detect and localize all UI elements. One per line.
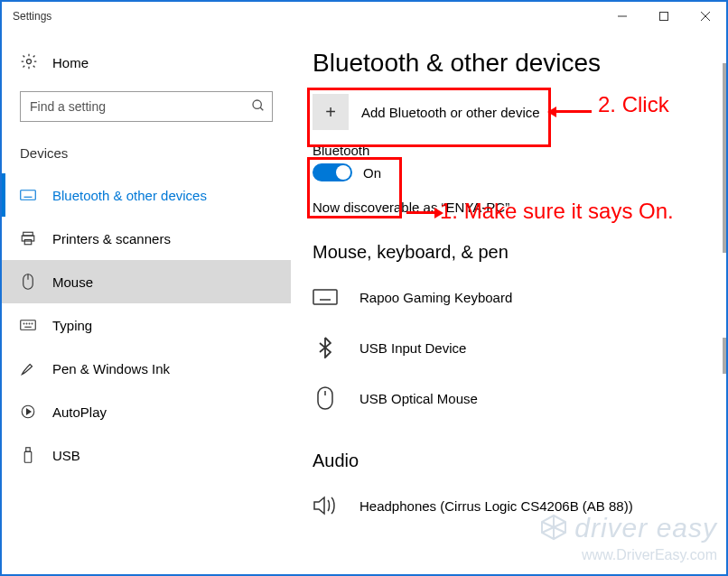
sidebar-item-bluetooth[interactable]: Bluetooth & other devices [2,173,291,217]
device-item[interactable]: Headphones (Cirrus Logic CS4206B (AB 88)… [313,480,726,531]
plus-icon: + [313,94,349,130]
add-device-label: Add Bluetooth or other device [361,105,540,120]
sidebar-item-typing[interactable]: Typing [2,303,291,347]
sidebar-item-label: AutoPlay [52,404,107,420]
annotation-arrow [406,211,435,214]
device-name: Rapoo Gaming Keyboard [359,290,512,305]
bluetooth-section: Bluetooth On [313,143,726,181]
sidebar-item-label: Printers & scanners [52,231,171,246]
settings-window: Settings Home Devices B [0,0,728,576]
pen-icon [20,360,36,376]
maximize-button[interactable] [643,2,685,31]
page-title: Bluetooth & other devices [313,49,726,78]
group-header: Devices [2,145,291,173]
svg-point-19 [26,323,27,324]
window-title: Settings [13,10,51,23]
gear-icon [20,52,38,73]
home-link[interactable]: Home [2,52,291,91]
sidebar-item-usb[interactable]: USB [2,433,291,477]
mouse-icon [20,274,36,290]
bluetooth-toggle[interactable] [313,163,352,181]
close-button[interactable] [685,2,726,31]
device-name: USB Optical Mouse [359,391,478,406]
svg-point-18 [23,323,24,324]
section-header-devices: Mouse, keyboard, & pen [313,242,726,263]
svg-rect-26 [24,451,32,462]
device-name: Headphones (Cirrus Logic CS4206B (AB 88)… [359,498,633,514]
mouse-icon [313,386,338,410]
window-buttons [602,2,726,31]
sidebar-item-label: USB [52,448,80,463]
svg-rect-27 [313,290,337,304]
sidebar-item-printers[interactable]: Printers & scanners [2,217,291,260]
home-label: Home [52,55,89,70]
svg-point-4 [27,60,32,64]
scrollbar[interactable] [723,63,726,253]
svg-rect-1 [660,13,668,21]
sidebar-item-label: Typing [52,318,92,333]
keyboard-icon [20,320,36,330]
svg-point-20 [29,323,30,324]
sidebar-item-label: Mouse [52,274,93,290]
scrollbar[interactable] [723,338,726,374]
svg-rect-34 [318,387,332,409]
add-device-button[interactable]: + Add Bluetooth or other device [313,94,547,130]
section-header-audio: Audio [313,451,726,471]
bluetooth-label: Bluetooth [313,143,726,158]
sidebar: Home Devices Bluetooth & other devices P… [2,31,291,574]
usb-icon [20,447,36,463]
svg-rect-14 [24,240,32,245]
svg-rect-17 [21,321,36,330]
bluetooth-state: On [363,165,381,181]
sidebar-item-label: Pen & Windows Ink [52,361,170,376]
sidebar-item-mouse[interactable]: Mouse [2,260,291,303]
sidebar-item-pen[interactable]: Pen & Windows Ink [2,347,291,390]
svg-rect-13 [22,236,34,241]
keyboard-bt-icon [20,189,36,201]
search-wrap [20,91,273,122]
svg-point-21 [32,323,33,324]
sidebar-item-autoplay[interactable]: AutoPlay [2,390,291,433]
device-item[interactable]: Rapoo Gaming Keyboard [313,272,726,322]
main-panel: Bluetooth & other devices + Add Bluetoot… [291,31,726,574]
bluetooth-icon [313,337,338,358]
svg-marker-24 [27,409,32,414]
device-name: USB Input Device [359,340,466,356]
minimize-button[interactable] [602,2,643,31]
svg-rect-7 [21,190,36,200]
search-input[interactable] [20,91,273,122]
svg-marker-36 [314,497,324,514]
sidebar-item-label: Bluetooth & other devices [52,188,207,203]
printer-icon [20,230,36,246]
device-item[interactable]: USB Optical Mouse [313,373,726,423]
titlebar: Settings [2,2,726,31]
autoplay-icon [20,404,36,420]
svg-rect-25 [26,448,31,452]
annotation-arrow [555,110,592,113]
device-item[interactable]: USB Input Device [313,322,726,373]
discoverable-text: Now discoverable as “ENYA-PC” [313,200,726,215]
speaker-icon [313,496,338,516]
keyboard-icon [313,289,338,305]
